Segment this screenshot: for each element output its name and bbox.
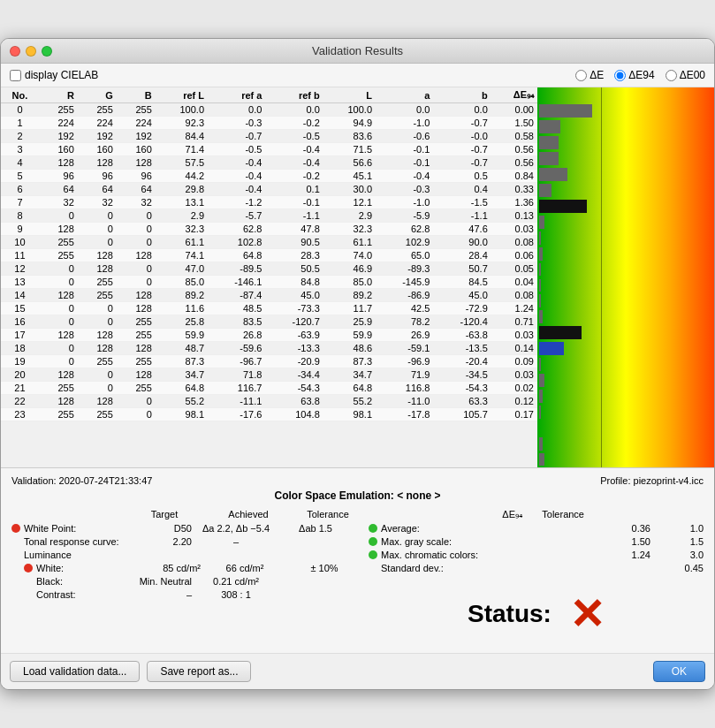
chart-row bbox=[537, 373, 714, 389]
chart-bar bbox=[539, 374, 544, 387]
table-cell: -145.9 bbox=[376, 276, 433, 289]
data-table-wrapper[interactable]: No. R G B ref L ref a ref b L a b ΔE₉₄ 0… bbox=[1, 87, 537, 467]
minimize-button[interactable] bbox=[26, 46, 36, 57]
table-cell: 0.0 bbox=[376, 103, 433, 117]
table-cell: 0.56 bbox=[491, 143, 537, 156]
table-cell: 0 bbox=[117, 395, 156, 408]
cielab-checkbox[interactable] bbox=[10, 70, 21, 81]
traffic-lights bbox=[10, 46, 52, 57]
black-label: Black: bbox=[36, 576, 121, 587]
col-refa: ref a bbox=[208, 87, 265, 103]
table-cell: -0.2 bbox=[265, 117, 323, 130]
table-cell: 0 bbox=[117, 262, 156, 276]
table-cell: 0 bbox=[78, 302, 117, 315]
table-cell: 48.7 bbox=[156, 342, 208, 355]
table-cell: -0.4 bbox=[208, 183, 265, 196]
table-cell: 59.9 bbox=[156, 329, 208, 342]
col-g: G bbox=[78, 87, 117, 103]
table-cell: -59.1 bbox=[376, 342, 433, 355]
table-cell: -0.1 bbox=[376, 156, 433, 170]
table-cell: 255 bbox=[117, 382, 156, 395]
table-cell: -0.7 bbox=[433, 143, 491, 156]
radio-de00-item[interactable]: ΔE00 bbox=[666, 69, 705, 81]
white-point-tolerance: Δab 1.5 bbox=[280, 523, 351, 534]
col-a: a bbox=[376, 87, 433, 103]
load-button[interactable]: Load validation data... bbox=[10, 661, 140, 682]
close-button[interactable] bbox=[10, 46, 20, 57]
table-cell: -17.8 bbox=[376, 408, 433, 421]
table-cell: 160 bbox=[39, 143, 78, 156]
table-cell: 192 bbox=[117, 130, 156, 143]
radio-de[interactable] bbox=[575, 70, 587, 81]
table-cell: 84.8 bbox=[265, 276, 323, 289]
table-cell: 255 bbox=[78, 103, 117, 117]
chart-bar bbox=[539, 184, 551, 197]
table-cell: 0 bbox=[39, 262, 78, 276]
table-cell: 62.8 bbox=[208, 223, 265, 236]
table-cell: -13.3 bbox=[265, 342, 323, 355]
chart-row bbox=[537, 119, 714, 135]
maxgray-row: Max. gray scale: 1.50 1.5 bbox=[369, 536, 704, 547]
table-cell: 8 bbox=[1, 209, 39, 223]
table-cell: 128 bbox=[39, 289, 78, 302]
table-cell: -0.4 bbox=[376, 170, 433, 183]
cielab-checkbox-label[interactable]: display CIELAB bbox=[10, 69, 98, 81]
table-row: 23255255098.1-17.6104.898.1-17.8105.70.1… bbox=[1, 408, 537, 421]
maxchrom-row: Max. chromatic colors: 1.24 3.0 bbox=[369, 550, 704, 560]
table-cell: 128 bbox=[78, 249, 117, 262]
table-cell: 45.0 bbox=[433, 289, 491, 302]
save-button[interactable]: Save report as... bbox=[147, 661, 251, 682]
table-cell: 55.2 bbox=[323, 395, 376, 408]
table-row: 1412825512889.2-87.445.089.2-86.945.00.0… bbox=[1, 289, 537, 302]
main-window: Validation Results display CIELAB ΔE ΔE9… bbox=[0, 38, 715, 690]
table-cell: 32.3 bbox=[323, 223, 376, 236]
chart-row bbox=[537, 451, 714, 467]
radio-de-item[interactable]: ΔE bbox=[575, 69, 604, 81]
white-point-row: White Point: D50 Δa 2.2, Δb −5.4 Δab 1.5 bbox=[11, 523, 360, 534]
table-cell: 0.56 bbox=[491, 156, 537, 170]
table-cell: -11.1 bbox=[208, 395, 265, 408]
table-cell: 0.0 bbox=[433, 103, 491, 117]
table-header-row: No. R G B ref L ref a ref b L a b ΔE₉₄ bbox=[1, 87, 537, 103]
table-cell: 0.0 bbox=[208, 103, 265, 117]
table-cell: -59.6 bbox=[208, 342, 265, 355]
table-cell: 128 bbox=[39, 395, 78, 408]
table-cell: 0 bbox=[117, 223, 156, 236]
table-cell: -0.6 bbox=[376, 130, 433, 143]
radio-de00[interactable] bbox=[666, 70, 677, 81]
table-cell: 128 bbox=[39, 368, 78, 382]
radio-de94[interactable] bbox=[614, 70, 626, 81]
table-cell: -87.4 bbox=[208, 289, 265, 302]
chart-bar bbox=[539, 406, 541, 419]
table-cell: -1.0 bbox=[376, 117, 433, 130]
table-cell: 19 bbox=[1, 355, 39, 368]
table-cell: 12.1 bbox=[323, 196, 376, 209]
table-cell: 0 bbox=[78, 223, 117, 236]
table-cell: 160 bbox=[78, 143, 117, 156]
table-cell: 100.0 bbox=[156, 103, 208, 117]
maximize-button[interactable] bbox=[42, 46, 52, 57]
table-row: 732323213.1-1.2-0.112.1-1.0-1.51.36 bbox=[1, 196, 537, 209]
table-row: 1125512812874.164.828.374.065.028.40.06 bbox=[1, 249, 537, 262]
table-cell: 71.5 bbox=[323, 143, 376, 156]
table-cell: 0 bbox=[117, 209, 156, 223]
radio-de-label: ΔE bbox=[589, 69, 604, 81]
table-cell: 0 bbox=[39, 342, 78, 355]
col-header-de94: ΔE₉₄ bbox=[469, 509, 522, 520]
table-row: 102550061.1102.890.561.1102.990.00.08 bbox=[1, 236, 537, 249]
col-header-target: Target bbox=[125, 509, 204, 520]
table-row: 0255255255100.00.00.0100.00.00.00.00 bbox=[1, 103, 537, 117]
radio-de94-item[interactable]: ΔE94 bbox=[614, 69, 654, 81]
table-cell: 0.08 bbox=[491, 289, 537, 302]
table-cell: 224 bbox=[117, 117, 156, 130]
col-r: R bbox=[39, 87, 78, 103]
table-cell: -89.3 bbox=[376, 262, 433, 276]
table-cell: 71.8 bbox=[208, 368, 265, 382]
radio-de94-label: ΔE94 bbox=[628, 69, 654, 81]
chart-row bbox=[537, 214, 714, 230]
ok-button[interactable]: OK bbox=[653, 661, 705, 682]
table-cell: 160 bbox=[117, 143, 156, 156]
table-cell: 0.08 bbox=[491, 236, 537, 249]
chart-row bbox=[537, 388, 714, 404]
table-cell: 34.7 bbox=[156, 368, 208, 382]
